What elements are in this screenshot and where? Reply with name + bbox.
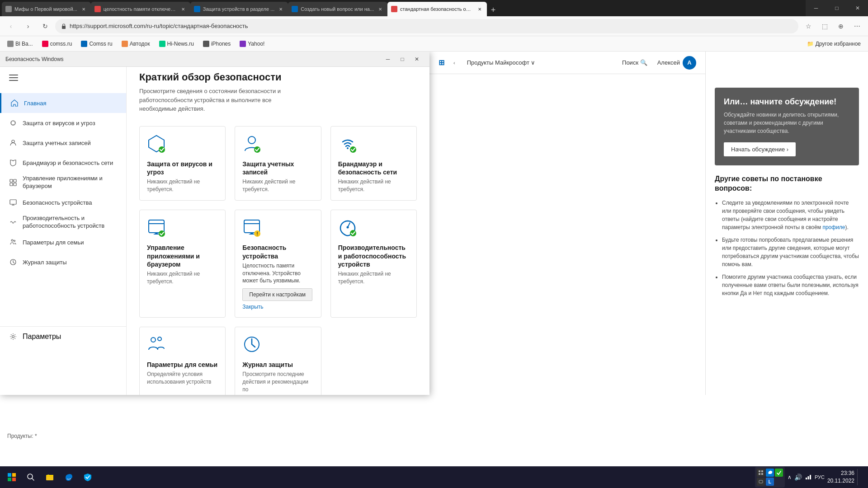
log-icon [9, 258, 17, 266]
bookmark-other[interactable]: 📁 Другое избранное [803, 38, 864, 50]
tab-4[interactable]: Создать новый вопрос или на... ✕ [288, 2, 387, 16]
tab-3[interactable]: Защита устройств в разделе ... ✕ [190, 2, 288, 16]
tray-expand-button[interactable]: ∧ [788, 474, 792, 480]
profile-button[interactable]: ⊕ [834, 19, 848, 33]
sidebar-item-home[interactable]: Главная [0, 93, 126, 113]
svg-point-22 [346, 226, 349, 229]
tab-favicon-3 [194, 6, 200, 12]
ms-search-button[interactable]: Поиск 🔍 [619, 59, 650, 66]
svg-point-2 [12, 140, 14, 143]
ms-back-button[interactable]: ‹ [452, 56, 457, 70]
card-perf[interactable]: Производительность и работоспособность у… [330, 210, 417, 318]
card-accounts[interactable]: Защита учетных записей Никаких действий … [235, 126, 321, 201]
tip-1-link[interactable]: профиле [822, 224, 845, 230]
maximize-button[interactable]: □ [826, 0, 847, 16]
sidebar-item-log[interactable]: Журнал защиты [0, 252, 126, 272]
favorites-button[interactable]: ☆ [801, 19, 816, 33]
edge-taskbar-button[interactable] [61, 469, 77, 485]
ms-user-profile[interactable]: Алексей А [657, 56, 696, 70]
tab-close-2[interactable]: ✕ [179, 5, 187, 13]
tab-5[interactable]: стандартная безопасность обо... ✕ [387, 2, 487, 16]
address-bar[interactable]: https://support.microsoft.com/ru-ru/topi… [55, 19, 798, 33]
security-cards-grid: Защита от вирусов и угроз Никаких действ… [139, 126, 417, 395]
hamburger-line-2 [9, 77, 18, 78]
bookmark-label-hinews: Hi-News.ru [167, 41, 194, 47]
sidebar-label-apps: Управление приложениями и браузером [23, 175, 117, 190]
win-sec-title-text: Безопасность Windows [5, 56, 377, 62]
svg-point-31 [28, 474, 33, 479]
tab-close-5[interactable]: ✕ [476, 5, 483, 13]
bookmark-icon-comss-ru [42, 41, 48, 47]
tab-title-2: целостность памяти отключен... [104, 6, 177, 12]
device-close-link[interactable]: Закрыть [242, 304, 313, 310]
device-settings-button[interactable]: Перейти к настройкам [242, 288, 312, 301]
ms-products-nav[interactable]: Продукты Майкрософт ∨ [464, 59, 538, 66]
close-button[interactable]: ✕ [847, 0, 868, 16]
browser-titlebar: Мифы о Первой мировой... ✕ целостность п… [0, 0, 868, 16]
file-explorer-button[interactable] [42, 469, 58, 485]
taskbar-time-display: 23:36 [827, 469, 854, 477]
start-button[interactable] [4, 469, 20, 485]
sidebar-label-firewall: Брандмауэр и безопасность сети [23, 160, 113, 166]
card-firewall-title: Брандмауэр и безопасность сети [338, 160, 409, 176]
menu-button[interactable]: ⋯ [850, 19, 864, 33]
tray-icon-5: L [766, 478, 774, 486]
svg-rect-6 [14, 183, 16, 186]
new-tab-button[interactable]: + [487, 4, 500, 16]
collections-button[interactable]: ⬚ [817, 19, 832, 33]
tab-2[interactable]: целостность памяти отключен... ✕ [91, 2, 190, 16]
bookmark-avtodok[interactable]: Автодок [118, 38, 154, 50]
tab-1[interactable]: Мифы о Первой мировой... ✕ [2, 2, 91, 16]
sidebar-item-virus[interactable]: Защита от вирусов и угроз [0, 113, 126, 133]
taskbar-clock[interactable]: 23:36 20.11.2022 [827, 469, 854, 485]
bookmark-iphones[interactable]: iPhones [199, 38, 234, 50]
win-sec-close[interactable]: ✕ [410, 53, 424, 66]
search-taskbar-button[interactable] [23, 469, 39, 485]
tray-icons-group[interactable]: L [755, 467, 785, 488]
bookmark-bl[interactable]: Bl Ba... [4, 38, 37, 50]
card-virus[interactable]: Защита от вирусов и угроз Никаких действ… [139, 126, 226, 201]
ms-username: Алексей [657, 59, 680, 66]
bookmark-comss[interactable]: Comss ru [77, 38, 116, 50]
tab-close-1[interactable]: ✕ [80, 5, 87, 13]
sidebar-settings[interactable]: Параметры [0, 326, 126, 346]
sidebar-item-accounts[interactable]: Защита учетных записей [0, 133, 126, 153]
sidebar-item-perf[interactable]: Производительность и работоспособность у… [0, 212, 126, 232]
win-sec-minimize[interactable]: ─ [381, 53, 395, 66]
ms-avatar: А [683, 56, 696, 70]
bookmark-hinews[interactable]: Hi-News.ru [156, 38, 198, 50]
sidebar-item-device[interactable]: Безопасность устройства [0, 192, 126, 212]
back-button[interactable]: ‹ [4, 19, 18, 33]
forward-button[interactable]: › [21, 19, 35, 33]
bookmark-comss-ru[interactable]: comss.ru [38, 38, 76, 50]
sidebar-item-apps[interactable]: Управление приложениями и браузером [0, 173, 126, 192]
discussion-button[interactable]: Начать обсуждение › [724, 142, 796, 156]
sidebar-item-firewall[interactable]: Брандмауэр и безопасность сети [0, 153, 126, 173]
card-log[interactable]: Журнал защиты Просмотрите последние дейс… [235, 327, 321, 395]
tab-close-3[interactable]: ✕ [277, 5, 284, 13]
card-family[interactable]: Параметры для семьи Определяйте условия … [139, 327, 226, 395]
show-desktop-button[interactable] [857, 469, 861, 485]
language-indicator[interactable]: РУС [815, 474, 825, 480]
hamburger-menu[interactable] [7, 71, 20, 84]
defender-taskbar-button[interactable] [80, 469, 96, 485]
network-icon[interactable] [805, 473, 812, 482]
sidebar-item-family[interactable]: Параметры для семьи [0, 232, 126, 252]
win-sec-maximize[interactable]: □ [395, 53, 410, 66]
card-device[interactable]: ! Безопасность устройства Целостность па… [235, 210, 321, 318]
card-firewall[interactable]: Брандмауэр и безопасность сети Никаких д… [330, 126, 417, 201]
nav-actions: ☆ ⬚ ⊕ ⋯ [801, 19, 864, 33]
reload-button[interactable]: ↻ [38, 19, 52, 33]
card-virus-icon [147, 134, 169, 155]
card-apps[interactable]: Управление приложениями и браузером Ника… [139, 210, 226, 318]
tips-section: Другие советы по постановке вопросов: Сл… [715, 174, 859, 297]
bookmark-yahoo[interactable]: Yahoo! [236, 38, 268, 50]
tab-close-4[interactable]: ✕ [377, 5, 384, 13]
minimize-button[interactable]: ─ [806, 0, 826, 16]
volume-icon[interactable]: 🔊 [794, 474, 802, 481]
ms-website-header: ⊞ ‹ Продукты Майкрософт ∨ Поиск 🔍 Алексе… [429, 52, 705, 74]
tab-favicon-1 [5, 6, 12, 12]
svg-rect-5 [10, 183, 13, 186]
win-sec-titlebar: Безопасность Windows ─ □ ✕ [0, 52, 429, 67]
bookmark-icon-iphones [203, 41, 209, 47]
